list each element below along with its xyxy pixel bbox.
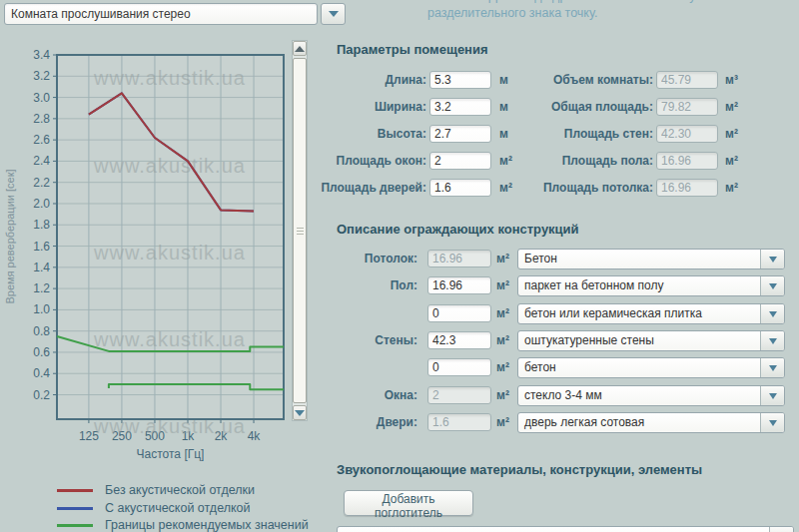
construction-area-input — [427, 413, 491, 431]
scrollbar-thumb[interactable] — [293, 58, 307, 403]
chevron-down-icon — [760, 250, 784, 268]
svg-text:4k: 4k — [248, 429, 262, 443]
note-line-2: разделительного знака точку. — [427, 6, 597, 20]
param-input[interactable] — [429, 179, 491, 197]
arrow-down-icon — [295, 410, 305, 416]
svg-text:2.2: 2.2 — [33, 176, 50, 190]
svg-text:0.6: 0.6 — [33, 345, 50, 359]
chevron-down-icon — [760, 331, 784, 350]
svg-text:2.6: 2.6 — [33, 133, 50, 147]
svg-text:1.0: 1.0 — [33, 302, 50, 316]
construction-area-input[interactable] — [427, 358, 491, 376]
material-select-value: стекло 3-4 мм — [524, 386, 602, 405]
material-select[interactable]: дверь легкая сотовая — [517, 412, 785, 433]
param-input — [656, 179, 718, 197]
material-select-value: бетон или керамическая плитка — [524, 304, 702, 323]
param-input — [656, 125, 718, 143]
room-type-select-button[interactable] — [321, 3, 346, 25]
param-input — [656, 71, 718, 89]
chevron-down-icon — [760, 413, 784, 432]
param-unit: м² — [725, 98, 738, 116]
material-select-value: бетон — [524, 358, 556, 377]
note-line-1: Внимание! Для ввода дробных чисел исполь… — [423, 0, 780, 3]
chart-scrollbar[interactable] — [292, 40, 308, 421]
param-unit: м² — [499, 152, 512, 170]
svg-text:0.8: 0.8 — [33, 324, 50, 338]
material-select[interactable]: бетон или керамическая плитка — [517, 303, 785, 324]
construction-unit: м² — [496, 276, 509, 294]
svg-text:2.4: 2.4 — [33, 154, 50, 168]
material-select-value: оштукатуренные стены — [524, 331, 654, 350]
scroll-down-button[interactable] — [293, 405, 307, 420]
material-select-value: дверь легкая сотовая — [524, 413, 644, 432]
add-absorber-button[interactable]: Добавить поглотитель — [344, 490, 473, 516]
svg-text:1.6: 1.6 — [33, 240, 50, 254]
svg-text:0.4: 0.4 — [33, 366, 50, 380]
svg-text:2.8: 2.8 — [33, 112, 50, 126]
construction-area-input[interactable] — [427, 331, 491, 349]
param-unit: м — [499, 71, 508, 89]
param-label: Высота: — [300, 125, 426, 143]
legend-label: Границы рекомендуемых значений — [105, 518, 309, 532]
param-unit: м² — [499, 179, 512, 197]
material-select[interactable]: оштукатуренные стены — [517, 330, 785, 351]
material-select[interactable]: паркет на бетонном полу — [517, 275, 785, 296]
param-label: Площадь потолка: — [519, 179, 653, 197]
scroll-up-button[interactable] — [293, 41, 307, 56]
construction-label: Пол: — [300, 276, 417, 294]
acoustic-calculator-page: { "room_selector": { "value": "Комната п… — [0, 0, 799, 532]
param-label: Площадь пола: — [519, 152, 653, 170]
construction-unit: м² — [496, 358, 509, 376]
svg-text:1.2: 1.2 — [33, 281, 50, 295]
x-axis-label: Частота [Гц] — [137, 447, 205, 461]
param-label: Ширина: — [300, 98, 426, 116]
plot-area — [57, 55, 284, 419]
watermark: www.akustik.ua — [93, 155, 246, 177]
param-label: Площадь окон: — [300, 152, 426, 170]
room-params-title: Параметры помещения — [337, 42, 488, 57]
svg-text:3.0: 3.0 — [33, 91, 50, 105]
param-input[interactable] — [429, 71, 491, 89]
param-unit: м² — [725, 125, 738, 143]
watermark: www.akustik.ua — [93, 67, 246, 89]
material-select-value: Бетон — [524, 250, 557, 268]
material-select[interactable]: бетон — [517, 357, 785, 378]
construction-label: Двери: — [300, 413, 417, 431]
svg-text:2.0: 2.0 — [33, 197, 50, 211]
material-select[interactable]: стекло 3-4 мм — [517, 385, 785, 406]
svg-text:1.8: 1.8 — [33, 218, 50, 232]
reverberation-chart: 0.20.40.60.81.01.21.41.61.82.02.22.42.62… — [0, 0, 312, 474]
construction-unit: м² — [496, 331, 509, 349]
param-unit: м — [499, 125, 508, 143]
construction-area-input[interactable] — [427, 304, 491, 322]
y-axis-label: Время реверберации [сек] — [4, 169, 16, 303]
legend-line-swatch — [57, 489, 93, 492]
absorbers-title: Звукопоглощающие материалы, конструкции,… — [337, 462, 702, 477]
construction-area-input — [427, 386, 491, 404]
param-input — [656, 152, 718, 170]
constructions-title: Описание ограждающих конструкций — [337, 222, 579, 237]
param-input[interactable] — [429, 125, 491, 143]
chevron-down-icon — [760, 358, 784, 377]
param-input[interactable] — [429, 152, 491, 170]
construction-area-input[interactable] — [427, 276, 491, 294]
svg-text:1.4: 1.4 — [33, 261, 50, 274]
chevron-down-icon — [760, 304, 784, 323]
param-label: Площадь дверей: — [300, 179, 426, 197]
chevron-down-icon — [760, 386, 784, 405]
chevron-down-icon — [329, 11, 339, 17]
param-label: Длина: — [300, 71, 426, 89]
legend-line-swatch — [57, 507, 93, 510]
absorber-material-select[interactable] — [337, 526, 794, 532]
svg-text:3.4: 3.4 — [33, 48, 50, 62]
param-input[interactable] — [429, 98, 491, 116]
construction-unit: м² — [496, 250, 509, 267]
construction-label: Окна: — [300, 386, 417, 404]
construction-unit: м² — [496, 304, 509, 322]
thumb-grip — [297, 228, 304, 229]
construction-label: Потолок: — [300, 250, 417, 267]
watermark: www.akustik.ua — [93, 328, 246, 350]
construction-area-input — [427, 250, 491, 267]
param-label: Общая площадь: — [519, 98, 653, 116]
material-select[interactable]: Бетон — [517, 249, 785, 269]
